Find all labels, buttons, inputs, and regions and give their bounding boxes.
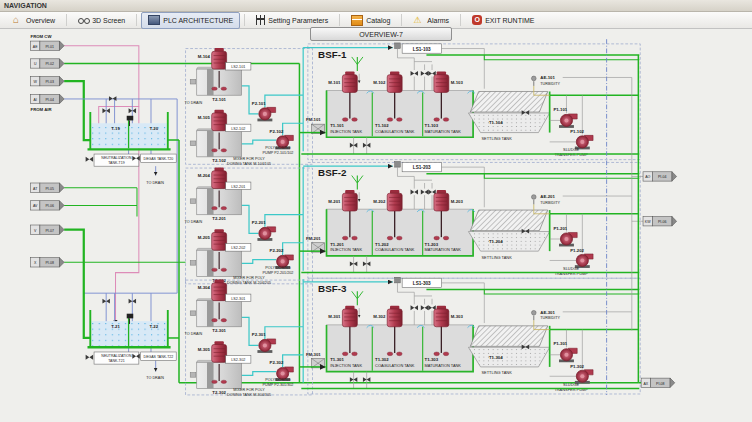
flowmeter-tag: FM-301 xyxy=(306,352,321,357)
mixer-tag: M-105 xyxy=(198,115,211,120)
mixer-motor[interactable] xyxy=(212,280,227,301)
dosing-pump-1[interactable] xyxy=(257,339,275,353)
float-switch-icon xyxy=(127,314,134,319)
pump-tag: P2-202 xyxy=(270,248,284,253)
to-drain-label: TO DRAIN xyxy=(146,181,164,185)
dosing-valve[interactable] xyxy=(421,305,428,310)
settling-tank[interactable]: T1-304 SETTLING TANK xyxy=(468,326,549,376)
svg-text:DOSING TANK M-204/205: DOSING TANK M-204/205 xyxy=(227,281,271,285)
mixer-motor[interactable] xyxy=(212,48,227,69)
settling-tank[interactable]: T1-204 SETTLING TANK xyxy=(468,210,549,260)
toolbar-button-exit-runtime[interactable]: EXIT RUNTIME xyxy=(465,12,541,29)
dosing-valve[interactable] xyxy=(411,305,418,310)
bsf-train-3: BSF-3 LS1-303 M-301 M-302 M-303 T1-301 I… xyxy=(299,277,640,394)
io-tag-pi03[interactable]: W PI-03 xyxy=(31,77,65,86)
dosing-valve[interactable] xyxy=(411,71,418,76)
svg-text:PI-06: PI-06 xyxy=(658,220,666,224)
svg-text:AE-201: AE-201 xyxy=(540,194,555,199)
tank-tag: T1-203 xyxy=(425,242,439,247)
neutralization-tank-lower[interactable]: T-21 T-22 NEUTRALIZATION TANK-T21 DEGAS … xyxy=(86,310,177,380)
pump-tag: P1-301 xyxy=(553,341,567,346)
tank-tag: T1-103 xyxy=(425,123,439,128)
svg-text:LS2-301: LS2-301 xyxy=(231,297,245,301)
mixer-tag: M-302 xyxy=(373,314,386,319)
io-tag-pi05[interactable]: AT PI-05 xyxy=(31,183,65,192)
tank-tag: T2-102 xyxy=(212,158,226,163)
io-tag-pi07[interactable]: V PI-07 xyxy=(31,225,65,234)
turbidity-sensor[interactable]: AE-101 TURBIDITY xyxy=(531,75,560,86)
tank-tag: T1-201 xyxy=(330,242,344,247)
gauge-icon xyxy=(190,373,196,378)
svg-text:DOSING TANK M-104/105: DOSING TANK M-104/105 xyxy=(227,162,271,166)
train-title: BSF-1 xyxy=(318,49,347,60)
tank-tag: T1-304 xyxy=(489,355,503,360)
svg-text:PI-08: PI-08 xyxy=(656,382,664,386)
io-tag-pi06[interactable]: AV PI-06 xyxy=(31,201,65,210)
toolbar-button-overview[interactable]: Overview xyxy=(6,12,62,29)
mixer-motor[interactable] xyxy=(212,341,227,362)
tank-tag: T1-101 xyxy=(330,123,344,128)
io-tag-ao[interactable]: AO PI-04 xyxy=(643,172,677,181)
tank-tag: T1-302 xyxy=(375,357,389,362)
tank-name: COAGULATION TANK xyxy=(375,363,415,368)
svg-text:LS2-102: LS2-102 xyxy=(231,127,245,131)
mixer-tag: M-305 xyxy=(198,347,211,352)
turbidity-sensor[interactable]: AE-201 TURBIDITY xyxy=(531,194,560,205)
gauge-icon xyxy=(190,311,196,316)
svg-text:POLY DOSING: POLY DOSING xyxy=(265,266,290,270)
svg-text:LS1-203: LS1-203 xyxy=(413,165,431,170)
io-tag-kw[interactable]: KW PI-06 xyxy=(643,217,677,226)
tank-name: INJECTION TANK xyxy=(330,247,362,252)
dosing-valve[interactable] xyxy=(411,190,418,195)
toolbar-button-catalog[interactable]: Catalog xyxy=(344,12,397,29)
tank-name: INJECTION TANK xyxy=(330,363,362,368)
svg-text:TRANSFER PUMP: TRANSFER PUMP xyxy=(554,152,588,157)
dosing-pump-1[interactable] xyxy=(257,107,275,121)
mixer-motor[interactable] xyxy=(212,229,227,250)
svg-text:PUMP P2-201/202: PUMP P2-201/202 xyxy=(262,271,293,275)
settling-tank[interactable]: T1-104 SETTLING TANK xyxy=(468,91,549,141)
io-tag-pi04[interactable]: AI PI-04 xyxy=(31,94,65,103)
turbidity-sensor[interactable]: AE-301 TURBIDITY xyxy=(531,310,560,321)
sludge-pump-1[interactable] xyxy=(559,232,577,246)
io-tag-pi01[interactable]: AE PI-01 xyxy=(31,41,65,50)
flowmeter-tag: FM-201 xyxy=(306,236,321,241)
svg-text:AI: AI xyxy=(34,98,37,102)
svg-text:PI-04: PI-04 xyxy=(658,175,666,179)
dosing-valve[interactable] xyxy=(421,71,428,76)
sludge-pump-1[interactable] xyxy=(559,348,577,362)
toolbar-button-setting-parameters[interactable]: Setting Parameters xyxy=(249,12,335,29)
tank-tag: T1-303 xyxy=(425,357,439,362)
io-tag-pi08[interactable]: X PI-08 xyxy=(31,258,65,267)
tank-tag: T2-302 xyxy=(212,390,226,395)
dosing-valve[interactable] xyxy=(421,190,428,195)
poly-dosing-group-3: M-304 LS2-301 T2-301 M-305 LS2-302 T2-30… xyxy=(185,279,313,397)
manual-valve[interactable] xyxy=(86,355,93,360)
svg-text:TANK-T19: TANK-T19 xyxy=(108,161,124,165)
io-tag-ax[interactable]: AX PI-08 xyxy=(641,378,675,387)
toolbar-button-3d-screen[interactable]: 3D Screen xyxy=(71,12,132,29)
toolbar-label-3d-screen: 3D Screen xyxy=(92,17,125,24)
mixer-motor[interactable] xyxy=(212,168,227,189)
bsf-train-2: BSF-2 LS1-203 M-201 M-202 M-203 T1-201 I… xyxy=(299,162,640,279)
pump-tag: P1-102 xyxy=(570,130,584,135)
toolbar-button-plc-architecture[interactable]: PLC ARCHITECTURE xyxy=(141,12,240,29)
svg-text:PI-06: PI-06 xyxy=(45,204,53,208)
home-icon xyxy=(13,15,23,25)
toolbar-button-alarms[interactable]: Alarms xyxy=(406,12,456,29)
from-cw-label: FROM CW xyxy=(31,34,53,39)
io-tag-pi02[interactable]: U PI-02 xyxy=(31,59,65,68)
manual-valve[interactable] xyxy=(86,157,93,162)
mixer-motor[interactable] xyxy=(212,110,227,131)
sludge-pump-1[interactable] xyxy=(559,114,577,128)
svg-text:PUMP P2-101/102: PUMP P2-101/102 xyxy=(262,152,293,156)
svg-text:PI-03: PI-03 xyxy=(45,80,53,84)
svg-text:TURBIDITY: TURBIDITY xyxy=(540,82,560,86)
svg-text:POLY DOSING: POLY DOSING xyxy=(265,378,290,382)
dosing-pump-1[interactable] xyxy=(257,227,275,241)
toolbar-label-overview: Overview xyxy=(26,17,55,24)
train-title: BSF-3 xyxy=(318,283,347,294)
to-drain-label: TO DRAIN xyxy=(185,332,203,336)
float-switch-icon xyxy=(127,116,134,121)
level-sensor-icon xyxy=(395,162,401,168)
